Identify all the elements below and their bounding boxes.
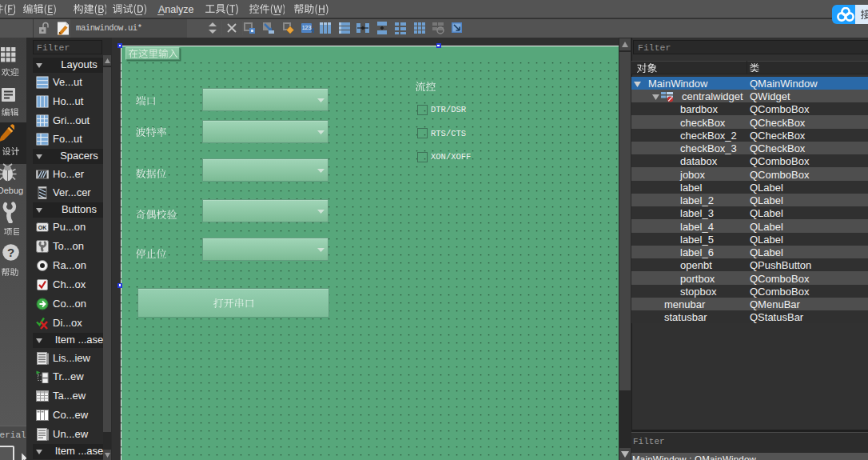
svg-text:123: 123: [302, 25, 312, 30]
svg-text:OK: OK: [38, 225, 47, 230]
svg-text:?: ?: [7, 246, 14, 259]
